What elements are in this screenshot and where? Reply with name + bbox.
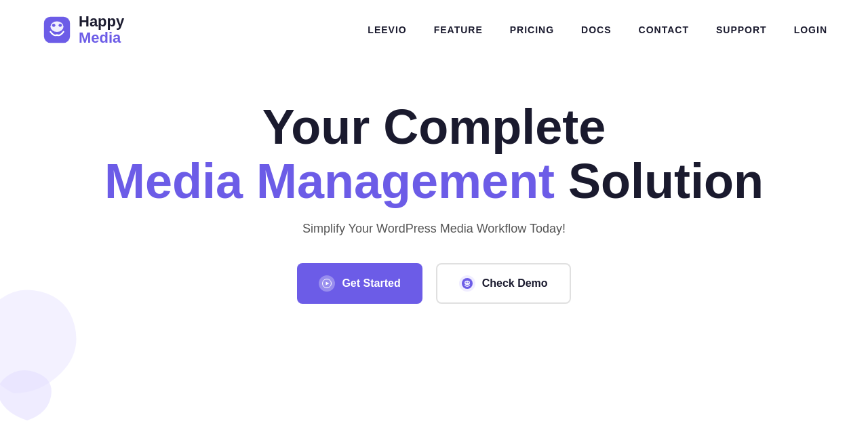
nav-pricing[interactable]: PRICING: [510, 24, 554, 35]
check-demo-button[interactable]: Check Demo: [436, 263, 571, 304]
main-nav: LEEVIO FEATURE PRICING DOCS CONTACT SUPP…: [368, 24, 827, 35]
nav-login[interactable]: LOGIN: [794, 24, 827, 35]
nav-support[interactable]: SUPPORT: [716, 24, 767, 35]
svg-point-7: [465, 281, 470, 285]
get-started-button[interactable]: Get Started: [297, 263, 422, 304]
nav-leevio[interactable]: LEEVIO: [368, 24, 406, 35]
logo-text: Happy Media: [79, 14, 124, 46]
get-started-label: Get Started: [342, 277, 400, 290]
header: Happy Media LEEVIO FEATURE PRICING DOCS …: [0, 0, 868, 60]
hero-subtitle: Simplify Your WordPress Media Workflow T…: [302, 222, 566, 236]
svg-point-3: [58, 24, 62, 27]
nav-feature[interactable]: FEATURE: [434, 24, 483, 35]
play-icon: [322, 279, 332, 288]
logo[interactable]: Happy Media: [41, 14, 124, 46]
svg-point-9: [467, 281, 469, 283]
hero-title: Your Complete Media Management Solution: [104, 100, 764, 208]
hero-title-normal: Solution: [555, 154, 764, 208]
logo-icon: [41, 14, 73, 46]
svg-point-2: [52, 24, 56, 27]
svg-marker-5: [326, 281, 330, 285]
hero-section: Your Complete Media Management Solution …: [0, 60, 868, 330]
nav-docs[interactable]: DOCS: [581, 24, 611, 35]
demo-mascot-icon: [461, 277, 473, 290]
hero-title-line1: Your Complete: [262, 100, 606, 154]
logo-media: Media: [79, 30, 124, 46]
svg-point-8: [465, 281, 467, 283]
hero-buttons: Get Started Check Demo: [297, 263, 570, 304]
check-demo-icon: [459, 275, 475, 292]
nav-contact[interactable]: CONTACT: [639, 24, 689, 35]
hero-title-highlight: Media Management: [104, 154, 555, 208]
logo-happy: Happy: [79, 14, 124, 30]
get-started-icon: [319, 275, 335, 292]
check-demo-label: Check Demo: [482, 277, 548, 290]
svg-point-1: [50, 22, 63, 32]
